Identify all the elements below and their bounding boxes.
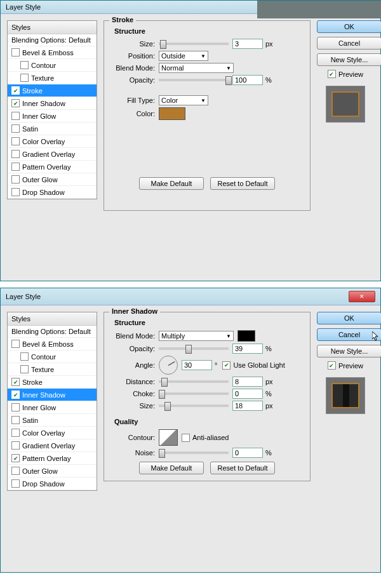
style-checkbox[interactable] <box>11 441 20 450</box>
angle-input[interactable] <box>182 360 212 370</box>
style-item-contour[interactable]: Contour <box>8 59 97 72</box>
style-checkbox[interactable] <box>11 378 20 386</box>
new-style-button[interactable]: New Style... <box>317 345 381 357</box>
opacity-slider[interactable] <box>159 347 229 350</box>
global-light-label: Use Global Light <box>233 361 284 369</box>
styles-header[interactable]: Styles <box>8 21 97 34</box>
style-label: Gradient Overlay <box>22 442 75 450</box>
style-item-pattern-overlay[interactable]: Pattern Overlay <box>8 161 97 173</box>
size-slider[interactable] <box>159 404 229 407</box>
distance-input[interactable] <box>232 377 263 387</box>
style-checkbox[interactable] <box>20 74 29 82</box>
stroke-fieldset: Stroke Structure Size: px Position: Outs… <box>104 20 311 211</box>
preview-checkbox-row[interactable]: Preview <box>317 70 374 78</box>
filltype-select[interactable]: Color▼ <box>159 95 208 105</box>
style-checkbox[interactable] <box>11 86 20 95</box>
style-item-color-overlay[interactable]: Color Overlay <box>8 135 97 148</box>
style-label: Inner Glow <box>22 404 56 411</box>
stroke-color-swatch[interactable] <box>159 107 185 120</box>
antialiased-checkbox[interactable] <box>182 434 190 442</box>
style-checkbox[interactable] <box>11 454 20 462</box>
style-item-bevel-emboss[interactable]: Bevel & Emboss <box>8 46 97 59</box>
preview-checkbox[interactable] <box>328 361 336 370</box>
reset-default-button[interactable]: Reset to Default <box>210 177 275 190</box>
preview-checkbox-row[interactable]: Preview <box>317 361 374 370</box>
style-checkbox[interactable] <box>11 137 20 145</box>
style-item-inner-glow[interactable]: Inner Glow <box>8 110 97 123</box>
style-checkbox[interactable] <box>11 99 20 107</box>
style-checkbox[interactable] <box>11 467 20 475</box>
style-checkbox[interactable] <box>11 479 20 488</box>
noise-slider[interactable] <box>159 451 229 454</box>
blending-options[interactable]: Blending Options: Default <box>8 34 97 46</box>
style-item-satin[interactable]: Satin <box>8 123 97 135</box>
size-label: Size: <box>110 40 159 48</box>
style-checkbox[interactable] <box>11 429 20 437</box>
ok-button[interactable]: OK <box>317 312 381 324</box>
style-checkbox[interactable] <box>20 352 29 361</box>
style-checkbox[interactable] <box>11 150 20 158</box>
new-style-button[interactable]: New Style... <box>317 53 381 66</box>
distance-slider[interactable] <box>159 380 229 383</box>
style-checkbox[interactable] <box>20 365 29 373</box>
choke-input[interactable] <box>232 389 263 399</box>
opacity-input[interactable] <box>232 344 263 354</box>
style-item-inner-shadow[interactable]: Inner Shadow <box>8 97 97 110</box>
position-select[interactable]: Outside▼ <box>159 51 208 61</box>
blendmode-select[interactable]: Normal▼ <box>159 63 234 73</box>
style-item-inner-shadow[interactable]: Inner Shadow <box>8 389 97 401</box>
style-checkbox[interactable] <box>11 112 20 120</box>
choke-slider[interactable] <box>159 392 229 395</box>
style-checkbox[interactable] <box>11 188 20 196</box>
style-item-color-overlay[interactable]: Color Overlay <box>8 427 97 439</box>
ok-button[interactable]: OK <box>317 20 381 33</box>
position-label: Position: <box>110 52 159 60</box>
make-default-button[interactable]: Make Default <box>139 177 204 190</box>
angle-dial[interactable] <box>159 356 178 375</box>
style-item-bevel-emboss[interactable]: Bevel & Emboss <box>8 338 97 351</box>
style-checkbox[interactable] <box>20 61 29 69</box>
noise-input[interactable] <box>232 448 263 458</box>
preview-checkbox[interactable] <box>328 70 336 78</box>
size-input[interactable] <box>232 39 263 49</box>
style-checkbox[interactable] <box>11 340 20 348</box>
style-checkbox[interactable] <box>11 391 20 399</box>
style-item-satin[interactable]: Satin <box>8 414 97 427</box>
cancel-button[interactable]: Cancel <box>317 328 381 341</box>
style-item-outer-glow[interactable]: Outer Glow <box>8 465 97 478</box>
style-item-texture[interactable]: Texture <box>8 363 97 376</box>
style-item-outer-glow[interactable]: Outer Glow <box>8 173 97 186</box>
style-item-stroke[interactable]: Stroke <box>8 84 97 97</box>
style-checkbox[interactable] <box>11 163 20 171</box>
close-button[interactable]: ✕ <box>349 291 375 302</box>
style-checkbox[interactable] <box>11 416 20 424</box>
choke-label: Choke: <box>110 390 159 398</box>
global-light-checkbox[interactable] <box>222 361 231 370</box>
style-item-texture[interactable]: Texture <box>8 72 97 84</box>
style-item-drop-shadow[interactable]: Drop Shadow <box>8 478 97 490</box>
contour-picker[interactable] <box>159 429 178 446</box>
style-item-gradient-overlay[interactable]: Gradient Overlay <box>8 148 97 161</box>
style-item-gradient-overlay[interactable]: Gradient Overlay <box>8 439 97 452</box>
structure-heading: Structure <box>114 27 304 35</box>
style-item-drop-shadow[interactable]: Drop Shadow <box>8 186 97 199</box>
make-default-button[interactable]: Make Default <box>139 462 204 474</box>
opacity-input[interactable] <box>232 75 263 85</box>
style-item-stroke[interactable]: Stroke <box>8 376 97 389</box>
blendmode-select[interactable]: Multiply▼ <box>159 331 234 341</box>
shadow-color-swatch[interactable] <box>237 330 255 342</box>
reset-default-button[interactable]: Reset to Default <box>210 462 275 474</box>
styles-header[interactable]: Styles <box>8 312 97 326</box>
style-item-inner-glow[interactable]: Inner Glow <box>8 401 97 414</box>
blending-options[interactable]: Blending Options: Default <box>8 326 97 338</box>
style-checkbox[interactable] <box>11 403 20 411</box>
style-checkbox[interactable] <box>11 124 20 133</box>
opacity-slider[interactable] <box>159 79 229 81</box>
style-checkbox[interactable] <box>11 175 20 184</box>
style-item-pattern-overlay[interactable]: Pattern Overlay <box>8 452 97 465</box>
style-checkbox[interactable] <box>11 48 20 57</box>
size-input[interactable] <box>232 401 263 411</box>
size-slider[interactable] <box>159 43 229 45</box>
style-item-contour[interactable]: Contour <box>8 351 97 363</box>
cancel-button[interactable]: Cancel <box>317 37 381 50</box>
